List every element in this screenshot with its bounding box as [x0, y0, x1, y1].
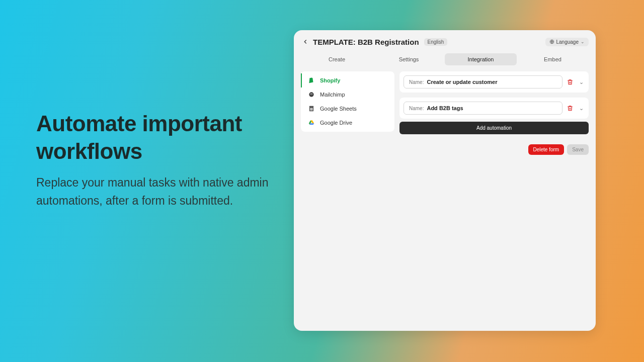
tab-integration[interactable]: Integration — [445, 53, 517, 65]
sidebar-item-label: Google Drive — [320, 120, 352, 126]
sidebar-item-google-sheets[interactable]: Google Sheets — [301, 102, 394, 116]
sidebar-item-mailchimp[interactable]: Mailchimp — [301, 87, 394, 102]
add-automation-button[interactable]: Add automation — [399, 122, 589, 134]
main-panel: Name: ⌄ Name: ⌄ Add automation — [399, 71, 589, 155]
tab-embed[interactable]: Embed — [517, 53, 589, 65]
automation-row: Name: ⌄ — [399, 71, 589, 93]
language-button-label: Language — [556, 39, 579, 45]
globe-icon — [549, 39, 554, 44]
automation-name-input[interactable] — [427, 79, 557, 85]
shopify-icon — [308, 77, 315, 84]
integration-sidebar: Shopify Mailchimp Google Sheets Google D… — [301, 71, 394, 132]
sidebar-item-label: Google Sheets — [320, 106, 357, 112]
automation-name-input[interactable] — [427, 105, 557, 111]
drive-icon — [308, 119, 315, 126]
hero-text: Automate important workflows Replace you… — [36, 110, 273, 210]
trash-icon[interactable] — [567, 105, 574, 112]
automation-row: Name: ⌄ — [399, 98, 589, 119]
svg-point-1 — [309, 92, 313, 97]
name-label: Name: — [409, 106, 424, 111]
tab-settings[interactable]: Settings — [373, 53, 445, 65]
back-arrow-icon[interactable] — [301, 37, 310, 46]
chevron-down-icon[interactable]: ⌄ — [578, 105, 585, 112]
svg-point-3 — [311, 94, 312, 95]
language-button[interactable]: Language ⌄ — [545, 38, 589, 46]
sidebar-item-label: Mailchimp — [320, 92, 345, 98]
trash-icon[interactable] — [567, 78, 574, 85]
page-header: TEMPLATE: B2B Registration English Langu… — [301, 37, 589, 46]
sidebar-item-shopify[interactable]: Shopify — [301, 73, 394, 87]
name-label: Name: — [409, 79, 424, 85]
delete-form-button[interactable]: Delete form — [528, 144, 565, 155]
body-row: Shopify Mailchimp Google Sheets Google D… — [301, 71, 589, 155]
tab-bar: Create Settings Integration Embed — [301, 53, 589, 65]
page-title: TEMPLATE: B2B Registration — [313, 38, 419, 46]
app-window: TEMPLATE: B2B Registration English Langu… — [294, 30, 596, 331]
hero-title: Automate important workflows — [36, 110, 273, 165]
hero-subtitle: Replace your manual tasks with native ad… — [36, 174, 273, 210]
footer-actions: Delete form Save — [399, 144, 589, 155]
chevron-down-icon: ⌄ — [581, 39, 585, 44]
sidebar-item-label: Shopify — [320, 77, 340, 83]
tab-create[interactable]: Create — [301, 53, 373, 65]
automation-name-field[interactable]: Name: — [404, 102, 562, 115]
language-badge: English — [424, 38, 448, 46]
svg-point-2 — [310, 94, 311, 95]
sidebar-item-google-drive[interactable]: Google Drive — [301, 116, 394, 130]
save-button: Save — [567, 144, 589, 155]
sheets-icon — [308, 105, 315, 112]
automation-name-field[interactable]: Name: — [404, 75, 562, 88]
chevron-down-icon[interactable]: ⌄ — [578, 79, 585, 85]
mailchimp-icon — [308, 91, 315, 98]
